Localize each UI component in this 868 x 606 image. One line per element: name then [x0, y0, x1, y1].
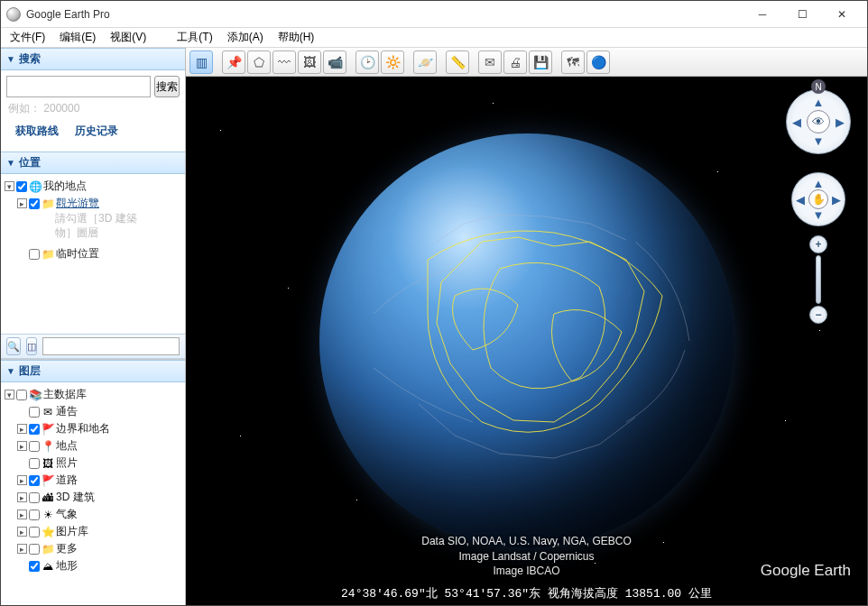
maximize-button[interactable]: ☐: [782, 2, 822, 27]
envelope-icon: ✉: [42, 406, 54, 418]
layer-announcements[interactable]: 通告: [56, 404, 78, 419]
tree-hint: 請勾選［3D 建築物］圖層: [55, 212, 183, 240]
tree-temp[interactable]: 临时位置: [56, 246, 99, 262]
expander-icon[interactable]: ▸: [17, 492, 27, 502]
tree-my-places[interactable]: 我的地点: [43, 179, 87, 194]
checkbox-my-places[interactable]: [16, 181, 27, 192]
search-places-icon[interactable]: 🔍: [6, 337, 21, 355]
polygon-button[interactable]: ⬠: [247, 50, 271, 74]
record-tour-button[interactable]: 📹: [323, 50, 346, 74]
email-button[interactable]: ✉: [478, 50, 502, 74]
zoom-slider[interactable]: [816, 255, 821, 304]
look-right-icon[interactable]: ▶: [836, 115, 845, 129]
print-button[interactable]: 🖨: [503, 50, 527, 74]
star-icon: ⭐: [42, 526, 54, 538]
planet-button[interactable]: 🪐: [413, 50, 437, 74]
menu-file[interactable]: 文件(F): [5, 28, 51, 47]
expander-icon[interactable]: ▾: [5, 181, 14, 191]
menu-help[interactable]: 帮助(H): [272, 28, 320, 47]
close-button[interactable]: ✕: [822, 2, 862, 27]
checkbox-more[interactable]: [29, 544, 40, 555]
north-indicator[interactable]: N: [811, 79, 826, 94]
expander-icon[interactable]: ▸: [17, 198, 27, 208]
app-icon: [6, 7, 21, 22]
menu-view[interactable]: 视图(V): [105, 28, 152, 47]
nav-compass[interactable]: N ▲ ▼ ◀ ▶ 👁: [786, 89, 851, 154]
checkbox-borders[interactable]: [29, 424, 40, 435]
layer-weather[interactable]: 气象: [56, 507, 78, 522]
history-link[interactable]: 历史记录: [75, 124, 118, 139]
expander-icon[interactable]: ▸: [17, 475, 27, 485]
checkbox-sightseeing[interactable]: [29, 198, 40, 209]
checkbox-places[interactable]: [29, 441, 40, 452]
expander-icon[interactable]: ▸: [17, 527, 27, 537]
pan-right-icon[interactable]: ▶: [832, 193, 841, 207]
image-overlay-button[interactable]: 🖼: [298, 50, 321, 74]
expander-icon[interactable]: ▸: [17, 544, 27, 554]
checkbox-weather[interactable]: [29, 510, 40, 520]
toggle-sidebar-button[interactable]: ▥: [189, 50, 213, 74]
minimize-button[interactable]: ─: [743, 2, 782, 27]
zoom-in-button[interactable]: +: [809, 235, 827, 253]
save-image-button[interactable]: 💾: [529, 50, 552, 74]
search-button[interactable]: 搜索: [154, 76, 180, 97]
get-directions-link[interactable]: 获取路线: [15, 124, 59, 139]
ruler-button[interactable]: 📏: [446, 50, 469, 74]
placemark-button[interactable]: 📌: [222, 50, 245, 74]
sphere-button[interactable]: 🔵: [586, 50, 610, 74]
places-panel-header[interactable]: 位置: [1, 152, 185, 174]
eye-icon[interactable]: 👁: [807, 110, 830, 133]
history-button[interactable]: 🕑: [356, 50, 379, 74]
layer-borders[interactable]: 边界和地名: [56, 421, 110, 436]
layer-roads[interactable]: 道路: [56, 473, 78, 488]
globe-viewport[interactable]: N ▲ ▼ ◀ ▶ 👁 ▲ ▼ ◀ ▶ ✋ + − Data SIO, NOAA…: [186, 77, 867, 605]
look-up-icon[interactable]: ▲: [813, 96, 825, 109]
layer-3d[interactable]: 3D 建筑: [56, 490, 95, 505]
sunlight-button[interactable]: 🔆: [381, 50, 404, 74]
menu-edit[interactable]: 编辑(E): [54, 28, 101, 47]
layer-photos[interactable]: 照片: [56, 455, 78, 471]
checkbox-terrain[interactable]: [29, 561, 40, 572]
menu-add[interactable]: 添加(A): [222, 28, 269, 47]
expander-icon[interactable]: ▸: [17, 424, 27, 434]
expander-icon[interactable]: ▾: [5, 390, 14, 399]
layers-tree[interactable]: ▾ 📚 主数据库 ✉ 通告 ▸ 🚩 边界和地名 ▸ 📍 地点: [1, 382, 185, 605]
panel-toggle-icon[interactable]: ◫: [26, 337, 37, 355]
globe[interactable]: [319, 133, 734, 548]
hand-icon[interactable]: ✋: [808, 189, 828, 209]
menu-tools[interactable]: 工具(T): [171, 28, 217, 47]
places-tree[interactable]: ▾ 🌐 我的地点 ▸ 📁 觀光游覽 請勾選［3D 建築物］圖層 📁 临时位置: [1, 174, 185, 334]
layer-gallery[interactable]: 图片库: [56, 524, 88, 539]
pan-left-icon[interactable]: ◀: [796, 193, 805, 207]
expander-icon[interactable]: ▸: [17, 510, 27, 519]
status-bar: 24°38'46.69"北 53°41'57.36"东 视角海拔高度 13851…: [186, 585, 867, 601]
pan-down-icon[interactable]: ▼: [813, 208, 825, 222]
places-filter-input[interactable]: [42, 337, 180, 355]
places-toolbar: 🔍 ◫: [1, 334, 185, 359]
look-down-icon[interactable]: ▼: [813, 134, 825, 148]
checkbox-3d[interactable]: [29, 492, 40, 503]
view-in-maps-button[interactable]: 🗺: [561, 50, 585, 74]
layer-terrain[interactable]: 地形: [56, 558, 78, 574]
pan-up-icon[interactable]: ▲: [813, 177, 825, 190]
search-input[interactable]: [6, 76, 151, 97]
search-panel-header[interactable]: 搜索: [1, 48, 185, 70]
layer-more[interactable]: 更多: [56, 541, 78, 556]
zoom-out-button[interactable]: −: [809, 306, 827, 324]
map-area: ▥ 📌 ⬠ 〰 🖼 📹 🕑 🔆 🪐 📏 ✉ 🖨 💾 🗺 🔵: [186, 48, 867, 605]
tree-sightseeing[interactable]: 觀光游覽: [56, 196, 99, 211]
checkbox-temp[interactable]: [29, 249, 40, 260]
checkbox-root[interactable]: [16, 390, 27, 400]
checkbox-photos[interactable]: [29, 458, 40, 469]
menubar: 文件(F) 编辑(E) 视图(V) 工具(T) 添加(A) 帮助(H): [1, 28, 867, 48]
checkbox-announcements[interactable]: [29, 407, 40, 418]
layer-places[interactable]: 地点: [56, 438, 78, 454]
nav-pan[interactable]: ▲ ▼ ◀ ▶ ✋: [791, 172, 845, 226]
expander-icon[interactable]: ▸: [17, 441, 27, 451]
layer-root[interactable]: 主数据库: [43, 387, 87, 402]
checkbox-gallery[interactable]: [29, 527, 40, 537]
checkbox-roads[interactable]: [29, 475, 40, 486]
layers-panel-header[interactable]: 图层: [1, 360, 185, 382]
look-left-icon[interactable]: ◀: [792, 115, 801, 129]
path-button[interactable]: 〰: [272, 50, 296, 74]
